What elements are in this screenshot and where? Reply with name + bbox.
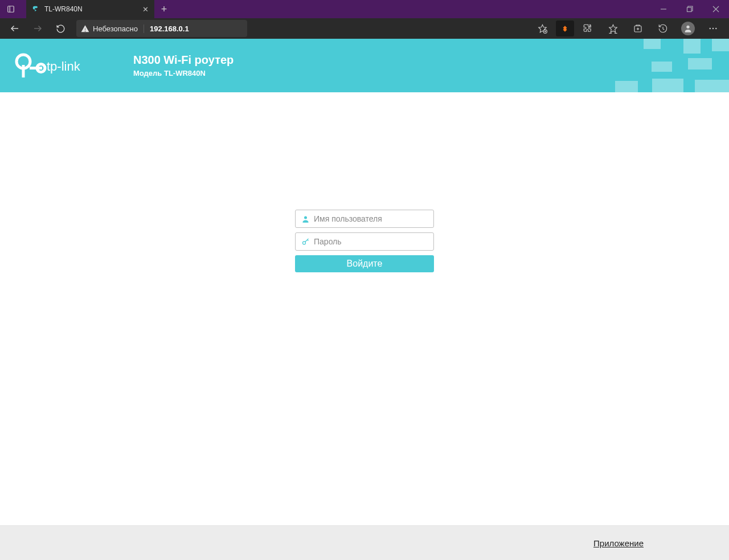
svg-point-16 (686, 26, 689, 28)
address-bar[interactable]: Небезопасно 192.168.0.1 (76, 20, 247, 37)
tab-close-icon[interactable]: ✕ (142, 5, 149, 14)
favorite-button[interactable] (531, 19, 554, 38)
tab-title: TL-WR840N (44, 5, 138, 13)
svg-text:tp-link: tp-link (47, 59, 81, 73)
tab-favicon (32, 5, 40, 13)
browser-tab[interactable]: TL-WR840N ✕ (26, 0, 154, 18)
extension-icon[interactable] (556, 21, 574, 36)
app-link[interactable]: Приложение (593, 538, 644, 548)
tab-actions-button[interactable] (0, 0, 22, 18)
header-decoration (547, 39, 729, 92)
avatar-icon (681, 22, 695, 35)
model-line: Модель TL-WR840N (133, 69, 234, 77)
nav-back-button[interactable] (5, 19, 25, 38)
svg-point-19 (715, 28, 716, 29)
login-page: Войдите (0, 92, 729, 526)
username-field-wrapper (295, 210, 434, 228)
password-input[interactable] (314, 237, 429, 246)
window-minimize-button[interactable] (650, 0, 677, 18)
window-titlebar: TL-WR840N ✕ + (0, 0, 729, 18)
tab-gutter (22, 0, 26, 18)
svg-point-25 (304, 216, 307, 219)
password-field-wrapper (295, 232, 434, 251)
window-close-button[interactable] (703, 0, 729, 18)
login-button[interactable]: Войдите (295, 255, 434, 272)
window-maximize-button[interactable] (677, 0, 703, 18)
svg-point-17 (710, 28, 711, 29)
page-footer: Приложение (0, 526, 729, 560)
history-button[interactable] (652, 19, 674, 38)
login-form: Войдите (295, 210, 434, 272)
svg-point-18 (712, 28, 714, 29)
profile-button[interactable] (677, 19, 699, 38)
collections-button[interactable] (626, 19, 649, 38)
svg-point-26 (302, 241, 305, 244)
brand-logo: tp-link (14, 51, 88, 80)
new-tab-button[interactable]: + (154, 0, 174, 18)
url-text: 192.168.0.1 (150, 24, 189, 33)
security-label: Небезопасно (93, 24, 138, 33)
router-header: tp-link N300 Wi-Fi роутер Модель TL-WR84… (0, 39, 729, 92)
extensions-button[interactable] (576, 19, 599, 38)
favorites-bar-button[interactable] (601, 19, 624, 38)
browser-toolbar: Небезопасно 192.168.0.1 (0, 18, 729, 39)
user-icon (300, 215, 310, 223)
nav-refresh-button[interactable] (50, 19, 71, 38)
warning-icon (81, 24, 89, 33)
key-icon (300, 238, 310, 246)
more-button[interactable] (702, 19, 724, 38)
model-info: N300 Wi-Fi роутер Модель TL-WR840N (133, 54, 234, 77)
username-input[interactable] (314, 214, 429, 223)
svg-rect-0 (8, 6, 14, 13)
nav-forward-button[interactable] (27, 19, 48, 38)
svg-rect-3 (687, 7, 692, 12)
security-indicator[interactable]: Небезопасно (81, 24, 144, 33)
product-title: N300 Wi-Fi роутер (133, 54, 234, 67)
svg-rect-21 (22, 65, 25, 77)
